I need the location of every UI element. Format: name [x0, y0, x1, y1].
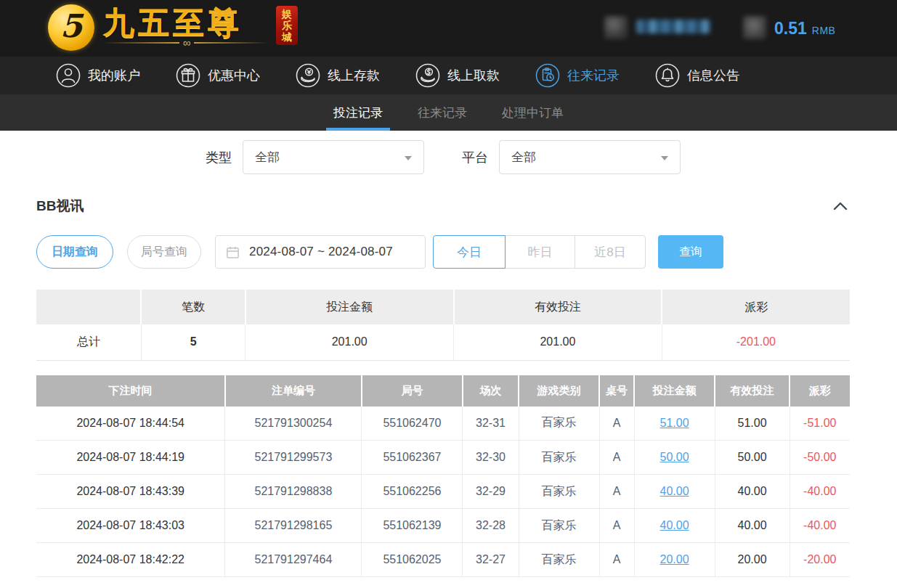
search-button[interactable]: 查询	[658, 235, 723, 269]
balance: 0.51 RMB	[774, 19, 835, 38]
chevron-up-icon	[833, 202, 848, 211]
header-game-type: 游戏类别	[519, 375, 599, 407]
summary-header-blank	[36, 290, 141, 324]
nav-label: 线上取款	[447, 67, 500, 84]
round-id-cell: 551062470	[362, 407, 463, 441]
gift-icon	[175, 62, 201, 89]
type-filter-label: 类型	[206, 149, 232, 166]
bet-table-header-row: 下注时间 注单编号 局号 场次 游戏类别 桌号 投注金额 有效投注 派彩	[36, 375, 850, 407]
today-button[interactable]: 今日	[433, 235, 506, 269]
game-type-cell: 百家乐	[519, 441, 599, 475]
table-row: 2024-08-07 18:44:54521791300254551062470…	[36, 407, 850, 441]
date-query-button[interactable]: 日期查询	[36, 235, 113, 269]
summary-header-count: 笔数	[141, 290, 245, 324]
date-range-input[interactable]: 2024-08-07 ~ 2024-08-07	[215, 235, 426, 269]
game-type-cell: 百家乐	[519, 543, 599, 577]
header-payout: 派彩	[790, 375, 850, 407]
order-id-cell: 521791297464	[225, 543, 362, 577]
nav-item-transaction-records[interactable]: 往来记录	[535, 62, 620, 89]
summary-total-label: 总计	[36, 324, 141, 360]
summary-table: 笔数 投注金额 有效投注 派彩 总计 5 201.00 201.00 -201.…	[36, 290, 850, 361]
nav-label: 往来记录	[567, 67, 620, 84]
bet-amount-link[interactable]: 40.00	[634, 509, 715, 543]
table-row: 2024-08-07 18:44:19521791299573551062367…	[36, 441, 850, 475]
section-title: BB视讯	[36, 197, 84, 216]
top-bar: 5 九五至尊 ∞ 娱 乐 城 0.51 RMB	[0, 0, 897, 57]
session-cell: 32-27	[463, 543, 519, 577]
order-id-cell: 521791299573	[225, 441, 362, 475]
platform-select[interactable]: 全部	[499, 140, 681, 174]
nav-label: 优惠中心	[208, 67, 260, 84]
page-content: 类型 全部 平台 全部 BB视讯 日期查询 局号查询	[36, 140, 850, 577]
avatar[interactable]	[604, 16, 628, 39]
tab-bet-records[interactable]: 投注记录	[332, 94, 384, 131]
payout-cell: -40.00	[790, 509, 850, 543]
bet-amount-link[interactable]: 20.00	[634, 543, 715, 577]
header-session: 场次	[463, 375, 519, 407]
header-bet-amount: 投注金额	[634, 375, 715, 407]
table-id-cell: A	[599, 441, 634, 475]
session-cell: 32-31	[463, 407, 519, 441]
round-id-cell: 551062367	[362, 441, 463, 475]
summary-header-valid-bet: 有效投注	[454, 290, 662, 324]
header-bet-time: 下注时间	[36, 375, 225, 407]
nav-label: 我的账户	[88, 67, 140, 84]
payout-cell: -40.00	[790, 475, 850, 509]
nav-item-withdraw[interactable]: 线上取款	[415, 62, 500, 89]
tab-transaction-records[interactable]: 往来记录	[416, 94, 468, 131]
summary-valid-bet: 201.00	[454, 324, 662, 360]
quick-range-group: 今日 昨日 近8日	[433, 235, 646, 269]
bet-time-cell: 2024-08-07 18:43:03	[36, 509, 225, 543]
platform-filter-label: 平台	[462, 149, 488, 166]
balance-currency: RMB	[812, 25, 836, 36]
bet-time-cell: 2024-08-07 18:43:39	[36, 475, 225, 509]
round-id-cell: 551062139	[362, 509, 463, 543]
tab-pending-orders[interactable]: 处理中订单	[500, 94, 565, 131]
nav-item-announcements[interactable]: 信息公告	[654, 62, 739, 89]
valid-bet-cell: 20.00	[715, 543, 790, 577]
username-masked[interactable]	[636, 20, 710, 33]
nav-item-my-account[interactable]: 我的账户	[55, 62, 140, 89]
table-row: 2024-08-07 18:42:22521791297464551062025…	[36, 543, 850, 577]
table-id-cell: A	[599, 407, 634, 441]
payout-cell: -50.00	[790, 441, 850, 475]
nav-item-deposit[interactable]: 线上存款	[295, 62, 380, 89]
platform-select-value: 全部	[511, 149, 536, 166]
header-valid-bet: 有效投注	[715, 375, 790, 407]
section-header: BB视讯	[36, 197, 850, 216]
session-cell: 32-30	[463, 441, 519, 475]
bet-amount-link[interactable]: 50.00	[634, 441, 715, 475]
table-row: 2024-08-07 18:43:03521791298165551062139…	[36, 509, 850, 543]
summary-header-payout: 派彩	[662, 290, 850, 324]
bet-time-cell: 2024-08-07 18:44:54	[36, 407, 225, 441]
balance-amount: 0.51	[774, 19, 807, 38]
last-8-days-button[interactable]: 近8日	[575, 235, 646, 269]
withdraw-icon	[415, 62, 441, 89]
deposit-icon	[295, 62, 321, 89]
type-select[interactable]: 全部	[243, 140, 424, 174]
date-range-value: 2024-08-07 ~ 2024-08-07	[249, 245, 393, 259]
main-nav: 我的账户 优惠中心 线上存款 线上取款	[0, 57, 897, 94]
calendar-icon	[226, 245, 240, 259]
table-id-cell: A	[599, 543, 634, 577]
bet-time-cell: 2024-08-07 18:44:19	[36, 441, 225, 475]
order-id-cell: 521791298165	[225, 509, 362, 543]
nav-item-promotions[interactable]: 优惠中心	[175, 62, 260, 89]
round-id-cell: 551062025	[362, 543, 463, 577]
nav-label: 线上存款	[328, 67, 380, 84]
round-query-button[interactable]: 局号查询	[127, 235, 201, 269]
bell-icon	[654, 62, 681, 89]
bet-amount-link[interactable]: 40.00	[634, 475, 715, 509]
wallet-icon[interactable]	[743, 16, 766, 39]
table-row: 2024-08-07 18:43:39521791298838551062256…	[36, 475, 850, 509]
collapse-section-button[interactable]	[831, 200, 850, 213]
valid-bet-cell: 40.00	[715, 509, 790, 543]
session-cell: 32-29	[463, 475, 519, 509]
yesterday-button[interactable]: 昨日	[505, 235, 575, 269]
transaction-records-icon	[535, 62, 561, 89]
bet-amount-link[interactable]: 51.00	[634, 407, 715, 441]
bet-table-body: 2024-08-07 18:44:54521791300254551062470…	[36, 407, 850, 577]
chevron-down-icon	[661, 156, 668, 160]
order-id-cell: 521791300254	[225, 407, 362, 441]
game-type-cell: 百家乐	[519, 407, 599, 441]
